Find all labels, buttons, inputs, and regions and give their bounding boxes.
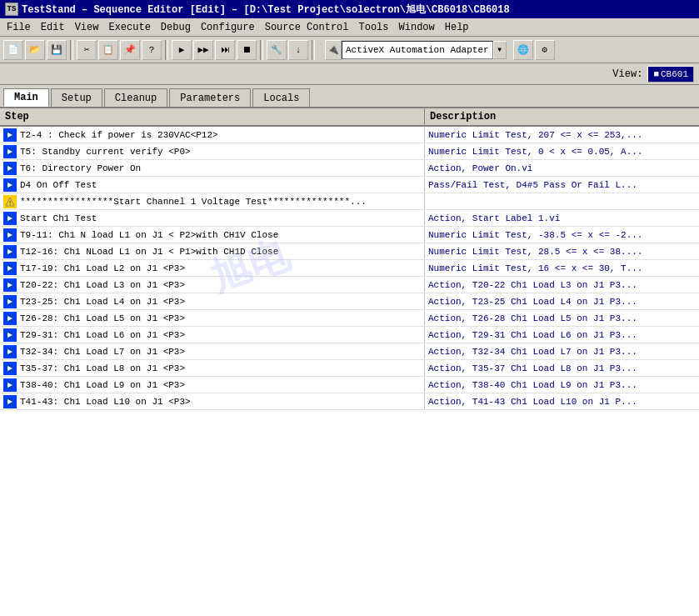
debug-button[interactable]: 🔧 bbox=[267, 40, 287, 60]
step-icon bbox=[3, 145, 17, 158]
tab-setup[interactable]: Setup bbox=[51, 88, 102, 107]
menu-item-window[interactable]: Window bbox=[394, 20, 440, 35]
step-icon bbox=[3, 212, 17, 225]
tabs-row: MainSetupCleanupParametersLocals bbox=[0, 85, 699, 108]
step-text: T6: Directory Power On bbox=[20, 163, 141, 173]
table-row[interactable]: T23-25: Ch1 Load L4 on J1 <P3>Action, T2… bbox=[0, 293, 699, 310]
view-button[interactable]: ■ CB601 bbox=[647, 66, 694, 83]
menu-item-tools[interactable]: Tools bbox=[354, 20, 394, 35]
warning-icon: ! bbox=[3, 195, 17, 208]
menu-item-view[interactable]: View bbox=[70, 20, 104, 35]
row-desc-12: Action, T29-31 Ch1 Load L6 on J1 P3... bbox=[425, 327, 699, 343]
app-icon: TS bbox=[5, 3, 18, 16]
row-desc-0: Numeric Limit Test, 207 <= x <= 253,... bbox=[425, 127, 699, 143]
table-row[interactable]: T17-19: Ch1 Load L2 on J1 <P3>Numeric Li… bbox=[0, 260, 699, 277]
table-row[interactable]: !*****************Start Channel 1 Voltag… bbox=[0, 193, 699, 210]
adapter-icon: 🔌 bbox=[325, 40, 342, 60]
step-icon bbox=[3, 362, 17, 375]
step-into-button[interactable]: ↓ bbox=[288, 40, 308, 60]
row-desc-6: Numeric Limit Test, -38.5 <= x <= -2... bbox=[425, 227, 699, 243]
menu-item-help[interactable]: Help bbox=[440, 20, 474, 35]
adapter-dropdown-arrow[interactable]: ▼ bbox=[493, 41, 507, 59]
step-text: D4 On Off Test bbox=[20, 180, 97, 190]
icon-btn1[interactable]: 🌐 bbox=[513, 40, 533, 60]
table-row[interactable]: T12-16: Ch1 NLoad L1 on J1 < P1>with CH1… bbox=[0, 243, 699, 260]
table-row[interactable]: T32-34: Ch1 Load L7 on J1 <P3>Action, T3… bbox=[0, 343, 699, 360]
menu-item-file[interactable]: File bbox=[2, 20, 36, 35]
table-row[interactable]: Start Ch1 TestAction, Start Label 1.vi bbox=[0, 210, 699, 227]
step-icon bbox=[3, 312, 17, 325]
row-step-5: Start Ch1 Test bbox=[0, 210, 425, 226]
row-desc-9: Action, T20-22 Ch1 Load L3 on J1 P3... bbox=[425, 277, 699, 293]
table-row[interactable]: D4 On Off TestPass/Fail Test, D4#5 Pass … bbox=[0, 177, 699, 193]
step-icon bbox=[3, 278, 17, 292]
step-icon bbox=[3, 395, 17, 408]
menu-item-edit[interactable]: Edit bbox=[36, 20, 70, 35]
window-title: TestStand – Sequence Editor [Edit] – [D:… bbox=[22, 3, 510, 17]
svg-text:!: ! bbox=[8, 200, 12, 207]
row-desc-15: Action, T38-40 Ch1 Load L9 on J1 P3... bbox=[425, 377, 699, 393]
tab-main[interactable]: Main bbox=[3, 88, 49, 107]
step-icon bbox=[3, 162, 17, 175]
table-row[interactable]: T6: Directory Power OnAction, Power On.v… bbox=[0, 160, 699, 177]
step-icon bbox=[3, 245, 17, 258]
row-step-6: T9-11: Ch1 N load L1 on J1 < P2>with CH1… bbox=[0, 227, 425, 243]
table-header: Step Description bbox=[0, 108, 699, 127]
row-desc-2: Action, Power On.vi bbox=[425, 160, 699, 176]
row-desc-10: Action, T23-25 Ch1 Load L4 on J1 P3... bbox=[425, 293, 699, 309]
row-desc-3: Pass/Fail Test, D4#5 Pass Or Fail L... bbox=[425, 177, 699, 193]
table-row[interactable]: T38-40: Ch1 Load L9 on J1 <P3>Action, T3… bbox=[0, 377, 699, 393]
menu-item-configure[interactable]: Configure bbox=[196, 20, 260, 35]
table-area[interactable]: Step Description 旭电 T2-4 : Check if powe… bbox=[0, 108, 699, 616]
row-step-11: T26-28: Ch1 Load L5 on J1 <P3> bbox=[0, 310, 425, 326]
run-step-button[interactable]: ⏭ bbox=[215, 40, 235, 60]
table-row[interactable]: T35-37: Ch1 Load L8 on J1 <P3>Action, T3… bbox=[0, 360, 699, 377]
icon-btn2[interactable]: ⚙ bbox=[535, 40, 555, 60]
cut-button[interactable]: ✂ bbox=[77, 40, 97, 60]
separator4 bbox=[312, 40, 315, 60]
table-row[interactable]: T20-22: Ch1 Load L3 on J1 <P3>Action, T2… bbox=[0, 277, 699, 293]
row-step-15: T38-40: Ch1 Load L9 on J1 <P3> bbox=[0, 377, 425, 393]
step-text: T5: Standby current verify <P0> bbox=[20, 147, 191, 157]
menu-item-source-control[interactable]: Source Control bbox=[260, 20, 354, 35]
save-button[interactable]: 💾 bbox=[47, 40, 67, 60]
table-row[interactable]: T29-31: Ch1 Load L6 on J1 <P3>Action, T2… bbox=[0, 327, 699, 343]
table-row[interactable]: T2-4 : Check if power is 230VAC<P12>Nume… bbox=[0, 127, 699, 143]
row-step-9: T20-22: Ch1 Load L3 on J1 <P3> bbox=[0, 277, 425, 293]
view-row: View: ■ CB601 bbox=[0, 63, 699, 85]
tab-parameters[interactable]: Parameters bbox=[169, 88, 251, 107]
table-row[interactable]: T5: Standby current verify <P0>Numeric L… bbox=[0, 143, 699, 160]
row-desc-14: Action, T35-37 Ch1 Load L8 on J1 P3... bbox=[425, 360, 699, 376]
table-row[interactable]: T41-43: Ch1 Load L10 on J1 <P3>Action, T… bbox=[0, 393, 699, 410]
main-content: Step Description 旭电 T2-4 : Check if powe… bbox=[0, 108, 699, 616]
paste-button[interactable]: 📌 bbox=[120, 40, 140, 60]
menu-item-execute[interactable]: Execute bbox=[103, 20, 155, 35]
table-row[interactable]: T9-11: Ch1 N load L1 on J1 < P2>with CH1… bbox=[0, 227, 699, 243]
step-text: T2-4 : Check if power is 230VAC<P12> bbox=[20, 130, 218, 140]
adapter-dropdown[interactable]: ActiveX Automation Adapter bbox=[342, 41, 493, 59]
tab-locals[interactable]: Locals bbox=[252, 88, 310, 107]
col-header-step: Step bbox=[0, 108, 425, 125]
stop-button[interactable]: ⏹ bbox=[237, 40, 257, 60]
step-text: Start Ch1 Test bbox=[20, 213, 97, 223]
run-all-button[interactable]: ▶▶ bbox=[193, 40, 213, 60]
help-button[interactable]: ? bbox=[142, 40, 162, 60]
row-step-3: D4 On Off Test bbox=[0, 177, 425, 193]
run-button[interactable]: ▶ bbox=[172, 40, 192, 60]
tab-cleanup[interactable]: Cleanup bbox=[104, 88, 167, 107]
row-step-13: T32-34: Ch1 Load L7 on J1 <P3> bbox=[0, 343, 425, 359]
step-icon bbox=[3, 178, 17, 192]
step-text: T20-22: Ch1 Load L3 on J1 <P3> bbox=[20, 280, 185, 290]
row-desc-8: Numeric Limit Test, 16 <= x <= 30, T... bbox=[425, 260, 699, 276]
menu-item-debug[interactable]: Debug bbox=[156, 20, 196, 35]
copy-button[interactable]: 📋 bbox=[98, 40, 118, 60]
new-button[interactable]: 📄 bbox=[3, 40, 23, 60]
row-desc-7: Numeric Limit Test, 28.5 <= x <= 38.... bbox=[425, 243, 699, 259]
step-icon bbox=[3, 345, 17, 358]
separator3 bbox=[260, 40, 263, 60]
row-desc-13: Action, T32-34 Ch1 Load L7 on J1 P3... bbox=[425, 343, 699, 359]
table-row[interactable]: T26-28: Ch1 Load L5 on J1 <P3>Action, T2… bbox=[0, 310, 699, 327]
open-button[interactable]: 📂 bbox=[25, 40, 45, 60]
toolbar: 📄 📂 💾 ✂ 📋 📌 ? ▶ ▶▶ ⏭ ⏹ 🔧 ↓ 🔌 ActiveX Aut… bbox=[0, 37, 699, 63]
row-step-7: T12-16: Ch1 NLoad L1 on J1 < P1>with CH1… bbox=[0, 243, 425, 259]
